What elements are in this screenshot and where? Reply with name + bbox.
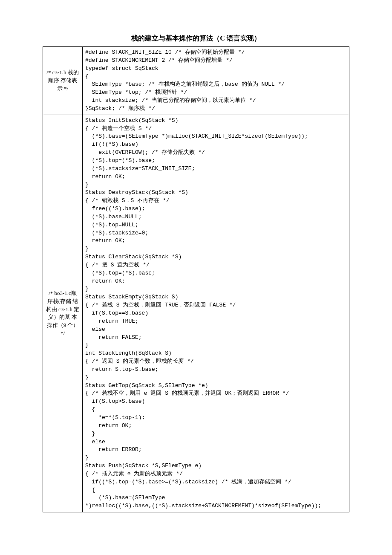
document-title: 栈的建立与基本操作的算法（C 语言实现）	[43, 34, 349, 43]
table-row: /* bo3-1.c顺 序栈(存储 结构由 c3-1.h 定 义）的基 本操作（…	[43, 115, 349, 512]
table-row: /* c3-1.h 栈的顺序 存储表示 */ #define STACK_INI…	[43, 47, 349, 115]
code-table: /* c3-1.h 栈的顺序 存储表示 */ #define STACK_INI…	[43, 46, 349, 512]
row-label: /* bo3-1.c顺 序栈(存储 结构由 c3-1.h 定 义）的基 本操作（…	[43, 115, 83, 512]
row-label: /* c3-1.h 栈的顺序 存储表示 */	[43, 47, 83, 115]
row-code: #define STACK_INIT_SIZE 10 /* 存储空间初始分配量 …	[83, 47, 349, 115]
page: 栈的建立与基本操作的算法（C 语言实现） /* c3-1.h 栈的顺序 存储表示…	[0, 0, 392, 555]
row-code: Status InitStack(SqStack *S) { /* 构造一个空栈…	[83, 115, 349, 512]
